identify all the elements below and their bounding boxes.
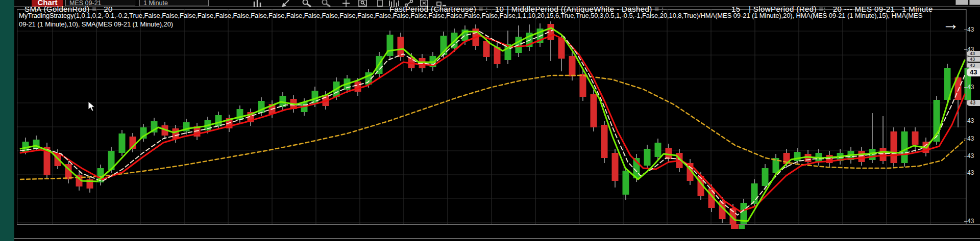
candle-body xyxy=(655,143,662,157)
axis-tick-label: 43 xyxy=(967,152,980,159)
candle-body xyxy=(387,35,394,56)
status-sma-goldenrod: SMA (GoldenRod) = 20 xyxy=(24,5,113,13)
candlestick-chart[interactable] xyxy=(0,0,980,241)
strategy-title-line2: 09-21 (1 Minute),10), SMA(MES 09-21 (1 M… xyxy=(19,20,945,29)
candle-body xyxy=(601,125,608,158)
candle-body xyxy=(569,56,576,76)
candle-body xyxy=(173,128,179,139)
axis-tick-label: 43 xyxy=(967,117,980,124)
axis-tick-mark xyxy=(964,30,967,30)
status-middle-value: 15 xyxy=(731,5,741,13)
status-middle-period: | MiddlePeriod ((AntiqueWhite - Dashed) … xyxy=(507,5,664,13)
candle-body xyxy=(215,115,222,126)
status-fast-period: FastPeriod (Chartreuse) = : 10 xyxy=(389,5,504,13)
candle-body xyxy=(794,152,801,161)
axis-tick-mark xyxy=(964,121,967,121)
candle-body xyxy=(119,133,126,153)
axis-tick-mark xyxy=(964,139,967,139)
candle-body xyxy=(623,171,629,195)
axis-tick-mark xyxy=(964,49,967,50)
candle-body xyxy=(741,203,747,226)
candle-body xyxy=(751,183,758,204)
axis-tick-mark xyxy=(964,173,967,173)
candle-body xyxy=(591,94,597,127)
scroll-to-end-arrow-icon[interactable]: → xyxy=(942,14,959,34)
trading-app-window: Chart MES 09-21 ▼ 1 Minute ▼ xyxy=(0,0,980,241)
candle-body xyxy=(483,41,490,57)
candle-fragment xyxy=(731,224,739,229)
axis-tick-label: 43 xyxy=(967,218,980,225)
candle-body xyxy=(558,38,565,59)
candle-body xyxy=(891,131,897,163)
axis-tick-mark xyxy=(964,156,967,156)
overlay-line-hma-antiquewhite-15 xyxy=(20,30,965,215)
mouse-cursor xyxy=(88,101,96,112)
candle-body xyxy=(666,148,672,159)
candle-body xyxy=(355,82,361,92)
candle-body xyxy=(580,74,586,97)
axis-price-badge: 43 xyxy=(967,100,980,106)
candle-body xyxy=(901,131,908,163)
status-bar xyxy=(17,224,980,239)
candle-fragment xyxy=(739,225,745,229)
window-bottom-border xyxy=(14,238,980,239)
candle-body xyxy=(644,149,651,166)
candle-body xyxy=(612,153,619,181)
status-slow-period: | SlowPeriod (Red) =: 20 --- MES 09-21 1… xyxy=(749,5,933,13)
axis-price-badge: 43 xyxy=(967,51,980,56)
axis-tick-mark xyxy=(964,87,967,88)
axis-price-badge: 43 xyxy=(967,57,980,62)
overlay-line-hma-chartreuse-10 xyxy=(20,28,965,221)
axis-tick-label: 43 xyxy=(967,26,980,33)
candle-body xyxy=(880,148,887,161)
axis-price-badge: 43 xyxy=(967,63,980,68)
overlay-line-hma-red-20 xyxy=(20,35,965,211)
strategy-title: MyTradingStrategy(1,0.1,0.2,-0.1,-0.2,Tr… xyxy=(19,11,945,29)
candle-body xyxy=(762,168,769,186)
axis-price-badge-current: 43 xyxy=(967,68,980,76)
axis-tick-label: 43 xyxy=(967,135,980,142)
axis-tick-label: 43 xyxy=(967,169,980,176)
candle-body xyxy=(912,131,919,145)
axis-tick-label: 43 xyxy=(967,84,980,91)
axis-tick-mark xyxy=(964,221,967,222)
